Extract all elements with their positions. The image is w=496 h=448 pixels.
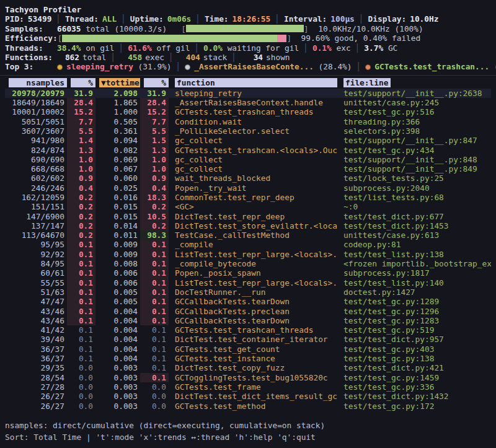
threads-label: Threads: bbox=[5, 43, 57, 53]
table-row[interactable]: 10001/10002 15.2 1.000 15.2 GCTests.test… bbox=[5, 107, 491, 116]
status-value: 10.0Hz bbox=[410, 14, 438, 24]
status-item: │Display:10.0Hz bbox=[355, 14, 439, 24]
column-header-nsamples[interactable]: nsamples bbox=[9, 78, 67, 87]
direct-pct-cell: 0.0 bbox=[67, 363, 95, 372]
status-item: │Uptime:0m06s bbox=[117, 14, 191, 24]
direct-pct-cell: 1.4 bbox=[67, 136, 95, 145]
nsamples-cell: 137/147 bbox=[5, 221, 67, 231]
cumulative-pct-cell: 1.0 bbox=[140, 155, 169, 164]
stat-label: off gil bbox=[156, 43, 190, 53]
table-row[interactable]: 55/55 0.1 0.006 0.1 ListTest.test_repr_l… bbox=[5, 278, 491, 288]
table-row[interactable]: 5051/5051 7.7 0.505 7.7 Condition.wait t… bbox=[5, 117, 491, 126]
samples-detail: total (10000.3/s) bbox=[81, 24, 167, 33]
table-row[interactable]: 147/6900 0.2 0.015 10.5 DictTest.test_re… bbox=[5, 212, 491, 221]
function-name-cell: GCTests.test_trashcan.<locals>.Ouch.... bbox=[169, 146, 337, 155]
table-row[interactable]: 84/95 0.1 0.008 0.1 _compile_bytecode <f… bbox=[5, 259, 491, 268]
column-header-direct-pct[interactable]: % bbox=[71, 78, 95, 87]
file-line-cell: test/lock_tests.py:25 bbox=[337, 173, 491, 183]
table-row[interactable]: 18649/18649 28.4 1.865 28.4 _AssertRaise… bbox=[5, 98, 491, 107]
table-row[interactable]: 26/27 0.0 0.003 0.0 DictTest.test_dict_i… bbox=[5, 392, 491, 401]
nsamples-cell: 84/95 bbox=[5, 259, 67, 268]
table-row[interactable]: 162/12059 0.2 0.016 18.3 CommonTest.test… bbox=[5, 193, 491, 202]
table-row[interactable]: 668/668 1.0 0.067 1.0 gc_collect test/su… bbox=[5, 164, 491, 173]
title-line: Tachyon Profiler bbox=[0, 5, 496, 14]
cumulative-pct-cell: 0.9 bbox=[140, 173, 169, 183]
divider: │ bbox=[190, 43, 203, 53]
table-row[interactable]: 39/40 0.1 0.004 0.1 DictTest.test_contai… bbox=[5, 335, 491, 344]
tottime-cell: 0.004 bbox=[95, 325, 140, 335]
table-row[interactable]: 36/37 0.1 0.004 0.1 GCTests.test_instanc… bbox=[5, 354, 491, 363]
tottime-cell: 0.082 bbox=[95, 146, 140, 155]
nsamples-cell: 246/246 bbox=[5, 183, 67, 193]
status-value: 100µs bbox=[330, 14, 355, 24]
table-row[interactable]: 95/95 0.1 0.009 0.1 _compile codeop.py:8… bbox=[5, 240, 491, 249]
function-name-cell: DictTest.test_store_evilattr.<locals... bbox=[169, 221, 337, 231]
file-line-cell: test/test_dict.py:1453 bbox=[337, 221, 491, 231]
table-row[interactable]: 3607/3607 5.5 0.361 5.5 _PollLikeSelecto… bbox=[5, 126, 491, 136]
table-row[interactable]: 602/602 0.9 0.060 0.9 wait_threads_block… bbox=[5, 173, 491, 183]
file-line-cell: threading.py:366 bbox=[337, 117, 491, 126]
table-row[interactable]: 137/147 0.2 0.014 0.2 DictTest.test_stor… bbox=[5, 221, 491, 231]
samples-bar bbox=[186, 25, 304, 32]
divider: │ bbox=[352, 62, 366, 71]
function-name-cell: DocTestRunner.__run bbox=[169, 288, 337, 297]
table-row[interactable]: 28/54 0.0 0.003 0.1 GCTogglingTests.test… bbox=[5, 373, 491, 382]
column-header-fileline[interactable]: file:line bbox=[343, 78, 391, 87]
file-line-cell: test/test_gc.py:1459 bbox=[337, 373, 491, 382]
tottime-cell: 0.003 bbox=[95, 402, 140, 411]
thread-stat: │0.0% waiting for gil bbox=[190, 43, 299, 53]
stat-label: total bbox=[82, 53, 107, 62]
stat-value: 0.1% bbox=[312, 43, 332, 53]
table-row[interactable]: 26/27 0.0 0.003 0.0 GCTests.test_method … bbox=[5, 402, 491, 411]
table-row[interactable]: 151/151 0.2 0.015 0.2 <GC> ~:0 bbox=[5, 202, 491, 211]
file-line-cell: test/test_gc.py:519 bbox=[337, 325, 491, 335]
direct-pct-cell: 5.5 bbox=[67, 126, 95, 136]
function-stat: │404stack bbox=[164, 53, 227, 62]
function-name-cell: TestCase._callTestMethod bbox=[169, 231, 337, 240]
column-header-tottime-sorted[interactable]: ▼tottime bbox=[99, 78, 140, 87]
direct-pct-cell: 0.1 bbox=[67, 345, 95, 354]
samples-line: Samples:66035 total (10000.3/s) [] 10.0K… bbox=[0, 24, 496, 33]
table-row[interactable]: 51/63 0.1 0.005 0.1 DocTestRunner.__run … bbox=[5, 288, 491, 297]
cumulative-pct-cell: 0.1 bbox=[140, 259, 169, 268]
table-row[interactable]: 27/28 0.0 0.003 0.0 GCTests.test_frame t… bbox=[5, 382, 491, 392]
table-row[interactable]: 246/246 0.4 0.025 0.4 Popen._try_wait su… bbox=[5, 183, 491, 193]
nsamples-cell: 41/42 bbox=[5, 325, 67, 335]
table-row[interactable]: 29/35 0.0 0.003 0.1 DictTest.test_copy_f… bbox=[5, 363, 491, 372]
tottime-cell: 0.014 bbox=[95, 221, 140, 231]
cumulative-pct-cell: 0.1 bbox=[140, 354, 169, 363]
table-row[interactable]: 60/61 0.1 0.006 0.1 Popen._posix_spawn s… bbox=[5, 268, 491, 278]
direct-pct-cell: 0.1 bbox=[67, 250, 95, 259]
direct-pct-cell: 0.2 bbox=[67, 212, 95, 221]
divider: │ bbox=[299, 43, 312, 53]
functions-label: Functions: bbox=[5, 53, 57, 62]
cumulative-pct-cell: 0.0 bbox=[140, 392, 169, 401]
cumulative-pct-cell: 0.1 bbox=[140, 307, 169, 316]
table-row[interactable]: 92/92 0.1 0.009 0.1 ListTest.test_repr_l… bbox=[5, 250, 491, 259]
table-row[interactable]: 824/874 1.3 0.082 1.3 GCTests.test_trash… bbox=[5, 146, 491, 155]
cumulative-pct-cell: 0.4 bbox=[140, 183, 169, 193]
column-header-function[interactable]: function bbox=[175, 78, 337, 87]
table-row[interactable]: 36/37 0.1 0.004 0.1 GCTests.test_get_cou… bbox=[5, 345, 491, 354]
table-row[interactable]: 41/42 0.1 0.004 0.1 GCTests.test_trashca… bbox=[5, 325, 491, 335]
thread-stat: │38.4% on gil bbox=[57, 43, 114, 53]
samples-label: Samples: bbox=[5, 24, 57, 33]
table-row[interactable]: 43/46 0.1 0.004 0.1 GCCallbackTests.tear… bbox=[5, 316, 491, 325]
thread-stat: │0.1% exc bbox=[299, 43, 350, 53]
tottime-cell: 0.069 bbox=[95, 155, 140, 164]
file-line-cell: test/support/__init__.py:2638 bbox=[337, 89, 491, 98]
table-row[interactable]: 690/690 1.0 0.069 1.0 gc_collect test/su… bbox=[5, 155, 491, 164]
table-row[interactable]: 20978/20979 31.9 2.098 31.9 sleeping_ret… bbox=[5, 89, 491, 98]
table-row[interactable]: 941/980 1.4 0.094 1.5 gc_collect test/su… bbox=[5, 136, 491, 145]
divider: │ bbox=[351, 43, 365, 53]
stat-label: stack bbox=[203, 53, 228, 62]
column-header-cumulative-pct[interactable]: % bbox=[144, 78, 169, 87]
function-name-cell: DictTest.test_container_iterator bbox=[169, 335, 337, 344]
table-row[interactable]: 113/64670 0.2 0.011 98.3 TestCase._callT… bbox=[5, 231, 491, 240]
table-row[interactable]: 47/47 0.1 0.005 0.1 GCCallbackTests.tear… bbox=[5, 297, 491, 306]
top-function-pct: (28.4%) bbox=[319, 62, 352, 71]
top3-list: │sleeping_retry (31.9%)│_AssertRaisesBas… bbox=[57, 62, 496, 71]
table-row[interactable]: 43/46 0.1 0.004 0.1 GCCallbackTests.prec… bbox=[5, 307, 491, 316]
cumulative-pct-cell: 15.2 bbox=[140, 107, 169, 116]
function-name-cell: GCCallbackTests.preclean bbox=[169, 307, 337, 316]
